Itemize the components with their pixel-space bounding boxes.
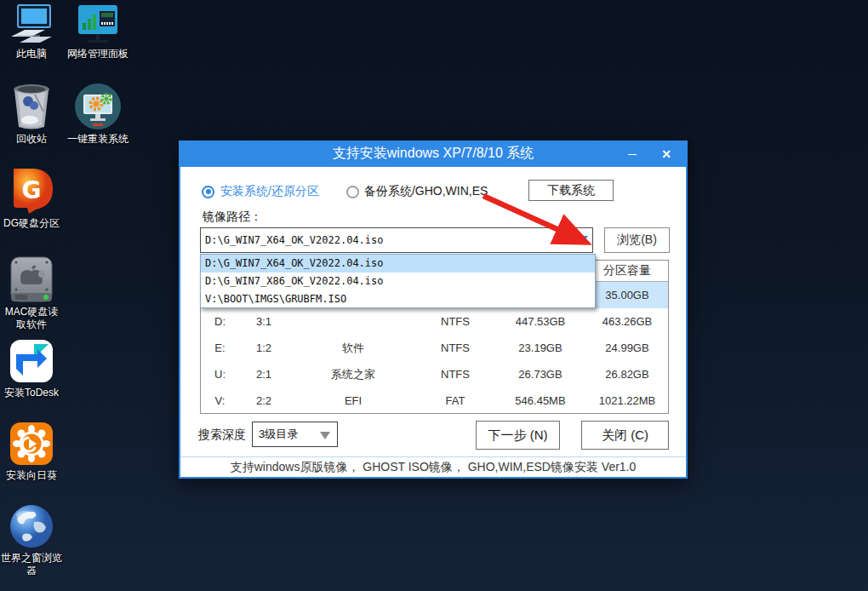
desktop-icon-label: 此电脑 [16,48,47,60]
radio-install-system[interactable] [202,186,214,198]
search-depth-select[interactable]: 3级目录 [252,422,338,447]
desktop-icon-label: MAC硬盘读 取软件 [5,306,59,331]
search-depth-label: 搜索深度 [198,427,246,443]
desktop-icon-label: 网络管理面板 [67,48,128,60]
desktop-icon-recycle-bin[interactable]: 回收站 [0,83,63,146]
dialog-title: 支持安装windows XP/7/8/10 系统 [179,145,688,163]
desktop-icon-label: 世界之窗浏览 器 [1,552,62,577]
table-row[interactable]: D:3:1NTFS447.53GB463.26GB [201,308,668,335]
desktop-icon-label: 回收站 [16,133,47,146]
sunflower-icon [9,421,54,467]
diskgenius-icon: G [9,167,54,215]
radio-backup-system[interactable] [346,186,359,198]
table-row[interactable]: E:1:2软件NTFS23.19GB24.99GB [201,335,668,361]
install-dialog: 支持安装windows XP/7/8/10 系统 ─ ✕ 安装系统/还原分区 备… [179,141,688,479]
desktop-icon-one-key-reinstall[interactable]: 一键重装系统 [62,83,134,146]
chevron-down-icon [320,432,330,445]
desktop-icon-diskgenius[interactable]: G DG硬盘分区 [0,167,63,230]
recycle-bin-icon [11,83,52,130]
desktop-icon-todesk[interactable]: 安装ToDesk [0,338,63,399]
dropdown-item[interactable]: V:\BOOT\IMGS\GRUBFM.ISO [201,290,595,308]
desktop-icon-label: 安装ToDesk [4,387,59,399]
image-path-value: D:\G_WIN7_X64_OK_V2022.04.iso [205,234,384,246]
chevron-down-icon[interactable] [576,236,588,250]
image-path-combobox[interactable]: D:\G_WIN7_X64_OK_V2022.04.iso [200,227,593,253]
close-dialog-button[interactable]: 关闭 (C) [581,421,669,450]
mac-disk-reader-icon [9,255,54,303]
desktop-icon-network-panel[interactable]: 网络管理面板 [62,4,134,60]
this-pc-icon [8,4,55,45]
todesk-icon [9,338,54,384]
desktop-icon-sunflower[interactable]: 安装向日葵 [0,421,63,482]
next-step-button[interactable]: 下一步 (N) [476,421,560,450]
svg-text:G: G [22,176,42,204]
desktop-icon-this-pc[interactable]: 此电脑 [0,4,63,60]
download-system-button[interactable]: 下载系统 [528,180,614,201]
one-key-reinstall-icon [74,83,122,130]
mode-radio-row: 安装系统/还原分区 备份系统/GHO,WIN,ES [202,181,488,203]
close-icon[interactable]: ✕ [654,141,679,167]
dialog-titlebar[interactable]: 支持安装windows XP/7/8/10 系统 ─ ✕ [179,141,688,167]
theworld-browser-icon [9,503,54,549]
radio-backup-label[interactable]: 备份系统/GHO,WIN,ES [364,184,488,199]
desktop-icon-mac-disk-reader[interactable]: MAC硬盘读 取软件 [0,255,63,331]
minimize-icon[interactable]: ─ [620,141,645,167]
column-header-capacity: 分区容量 [588,263,666,278]
desktop-icon-label: 一键重装系统 [67,133,128,146]
dropdown-item[interactable]: D:\G_WIN7_X86_OK_V2022.04.iso [201,273,595,290]
browse-button[interactable]: 浏览(B) [604,227,670,253]
table-row[interactable]: V:2:2EFIFAT546.45MB1021.22MB [201,387,668,414]
image-path-dropdown-list: D:\G_WIN7_X64_OK_V2022.04.iso D:\G_WIN7_… [200,254,596,308]
desktop-icon-label: 安装向日葵 [6,469,57,482]
desktop-icon-label: DG硬盘分区 [3,217,60,230]
network-panel-icon [74,4,122,45]
image-path-label: 镜像路径： [203,209,262,225]
table-row[interactable]: U:2:1系统之家NTFS26.73GB26.82GB [201,361,668,387]
radio-install-label[interactable]: 安装系统/还原分区 [220,184,319,199]
desktop-icon-theworld-browser[interactable]: 世界之窗浏览 器 [0,503,63,577]
search-depth-value: 3级目录 [259,427,298,442]
status-bar: 支持windows原版镜像， GHOST ISO镜像， GHO,WIM,ESD镜… [180,456,686,477]
dialog-body: 安装系统/还原分区 备份系统/GHO,WIN,ES 下载系统 镜像路径： D:\… [179,167,688,479]
dropdown-item[interactable]: D:\G_WIN7_X64_OK_V2022.04.iso [201,255,595,273]
